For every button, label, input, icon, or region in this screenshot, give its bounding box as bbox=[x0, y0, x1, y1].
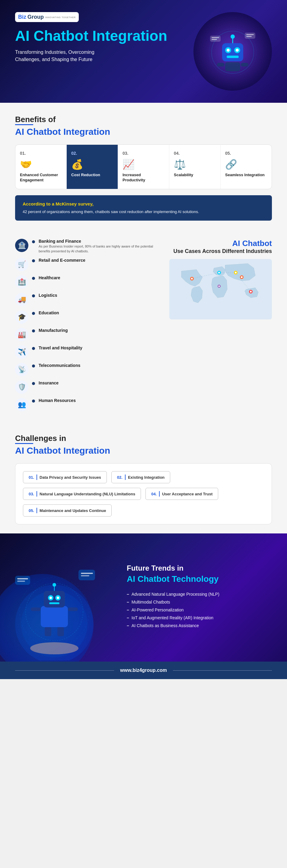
mckinsey-text: 42 percent of organizations among them, … bbox=[23, 209, 264, 215]
challenge-label-2: Existing Integration bbox=[128, 475, 165, 479]
svg-rect-43 bbox=[49, 602, 60, 604]
benefit-card-2: 02. 💰 Cost Reduction bbox=[67, 145, 118, 189]
challenge-label-4: User Acceptance and Trust bbox=[162, 492, 212, 496]
logistics-text: Logistics bbox=[39, 293, 160, 298]
challenges-title: AI Chatbot Integration bbox=[15, 445, 272, 456]
future-item-1: Advanced Natural Language Processing (NL… bbox=[127, 592, 275, 597]
challenge-label-5: Maintenance and Updates Continue bbox=[40, 508, 106, 513]
svg-rect-14 bbox=[245, 33, 255, 39]
manufacturing-dot bbox=[32, 330, 35, 333]
benefit-label-1: Enhanced Customer Engagement bbox=[20, 173, 62, 183]
svg-rect-9 bbox=[217, 63, 224, 66]
challenge-tag-2: 02. Existing Integration bbox=[111, 471, 170, 483]
challenge-tag-4: 04. User Acceptance and Trust bbox=[145, 488, 218, 500]
insurance-dot bbox=[32, 382, 35, 385]
future-item-5-label: AI Chatbots as Business Assistance bbox=[132, 623, 199, 628]
svg-point-31 bbox=[218, 286, 220, 287]
retail-icon: 🛒 bbox=[15, 258, 28, 271]
blue-underline bbox=[15, 124, 33, 125]
banking-icon: 🏦 bbox=[15, 239, 28, 252]
education-icon: 🎓 bbox=[15, 310, 28, 324]
retail-text: Retail and E-commerce bbox=[39, 258, 160, 263]
challenges-label: Challenges in bbox=[15, 434, 272, 443]
challenge-label-1: Data Privacy and Security Issues bbox=[40, 475, 101, 479]
industry-item-education: 🎓 Education bbox=[15, 310, 160, 324]
benefit-number-2: 02. bbox=[71, 151, 113, 156]
svg-rect-55 bbox=[81, 573, 93, 574]
education-dot bbox=[32, 312, 35, 315]
industry-item-retail: 🛒 Retail and E-commerce bbox=[15, 258, 160, 271]
challenge-num-1: 01. bbox=[29, 475, 34, 479]
logistics-icon: 🚚 bbox=[15, 293, 28, 306]
challenge-tag-1: 01. Data Privacy and Security Issues bbox=[23, 471, 107, 483]
svg-rect-54 bbox=[78, 570, 95, 580]
benefit-label-4: Scalability bbox=[174, 173, 216, 178]
education-name: Education bbox=[39, 310, 160, 315]
header-subtitle: Transforming Industries, Overcoming Chal… bbox=[15, 49, 112, 63]
header-title: AI Chatbot Integration bbox=[15, 28, 193, 44]
benefit-icon-4: ⚖️ bbox=[174, 159, 216, 170]
benefit-label-3: Increased Productivity bbox=[122, 173, 165, 183]
svg-rect-46 bbox=[31, 608, 41, 611]
future-item-3-label: AI-Powered Personalization bbox=[132, 608, 184, 612]
svg-rect-5 bbox=[227, 56, 239, 58]
future-item-3: AI-Powered Personalization bbox=[127, 608, 275, 612]
future-label: Future Trends in bbox=[127, 564, 275, 572]
healthcare-icon: 🏥 bbox=[15, 275, 28, 289]
challenges-grid: 01. Data Privacy and Security Issues 02.… bbox=[15, 463, 272, 524]
challenge-num-2: 02. bbox=[117, 475, 122, 479]
benefit-number-4: 04. bbox=[174, 151, 216, 156]
retail-dot bbox=[32, 259, 35, 262]
challenge-divider-3 bbox=[37, 491, 37, 497]
benefit-number-3: 03. bbox=[122, 151, 165, 156]
svg-rect-52 bbox=[17, 578, 28, 579]
healthcare-text: Healthcare bbox=[39, 275, 160, 281]
future-title: AI Chatbot Technology bbox=[127, 574, 275, 584]
benefit-card-5: 05. 🔗 Seamless Integration bbox=[221, 145, 272, 189]
insurance-name: Insurance bbox=[39, 380, 160, 385]
svg-rect-47 bbox=[68, 608, 78, 611]
challenge-num-3: 03. bbox=[29, 492, 34, 496]
industry-item-telecom: 📡 Telecommunications bbox=[15, 363, 160, 376]
travel-icon: ✈️ bbox=[15, 345, 28, 359]
manufacturing-name: Manufacturing bbox=[39, 328, 160, 333]
benefit-number-1: 01. bbox=[20, 151, 62, 156]
benefit-icon-3: 📈 bbox=[122, 159, 165, 170]
benefit-icon-2: 💰 bbox=[71, 159, 113, 170]
svg-point-4 bbox=[236, 49, 239, 52]
hr-name: Human Resources bbox=[39, 398, 160, 403]
svg-point-41 bbox=[49, 597, 52, 599]
banking-dot bbox=[32, 240, 35, 243]
future-left bbox=[0, 533, 115, 661]
travel-name: Travel and Hospitality bbox=[39, 345, 160, 350]
footer-url[interactable]: www.biz4group.com bbox=[120, 668, 167, 673]
banking-name: Banking and Finance bbox=[39, 239, 160, 244]
svg-rect-56 bbox=[81, 575, 89, 576]
benefit-icon-1: 🤝 bbox=[20, 159, 62, 170]
mckinsey-box: According to a McKinsey survey, 42 perce… bbox=[15, 195, 272, 221]
future-item-2: Multimodal Chatbots bbox=[127, 600, 275, 604]
benefit-icon-5: 🔗 bbox=[225, 159, 267, 170]
banking-text: Banking and Finance As per Business Insi… bbox=[39, 239, 160, 254]
future-item-5: AI Chatbots as Business Assistance bbox=[127, 623, 275, 628]
manufacturing-icon: 🏭 bbox=[15, 328, 28, 341]
header-robot-image bbox=[193, 12, 272, 91]
svg-rect-51 bbox=[15, 576, 30, 585]
challenge-num-4: 04. bbox=[151, 492, 157, 496]
svg-rect-48 bbox=[45, 627, 51, 636]
hr-text: Human Resources bbox=[39, 398, 160, 403]
header-section: BizGroup INNOVATING TOGETHER AI Chatbot … bbox=[0, 0, 287, 103]
benefit-label-2: Cost Reduction bbox=[71, 173, 113, 178]
logo-box: BizGroup INNOVATING TOGETHER bbox=[15, 12, 79, 22]
logo-group: Group bbox=[28, 14, 44, 20]
industry-item-healthcare: 🏥 Healthcare bbox=[15, 275, 160, 289]
challenge-label-3: Natural Language Understanding (NLU) Lim… bbox=[40, 492, 135, 496]
benefit-card-4: 04. ⚖️ Scalability bbox=[169, 145, 221, 189]
hr-dot bbox=[32, 400, 35, 403]
healthcare-name: Healthcare bbox=[39, 275, 160, 280]
logo-area: BizGroup INNOVATING TOGETHER bbox=[15, 12, 193, 22]
robot-svg bbox=[209, 27, 257, 75]
mckinsey-title: According to a McKinsey survey, bbox=[23, 201, 264, 207]
telecom-name: Telecommunications bbox=[39, 363, 160, 368]
benefits-section: Benefits of AI Chatbot Integration 01. 🤝… bbox=[0, 103, 287, 230]
